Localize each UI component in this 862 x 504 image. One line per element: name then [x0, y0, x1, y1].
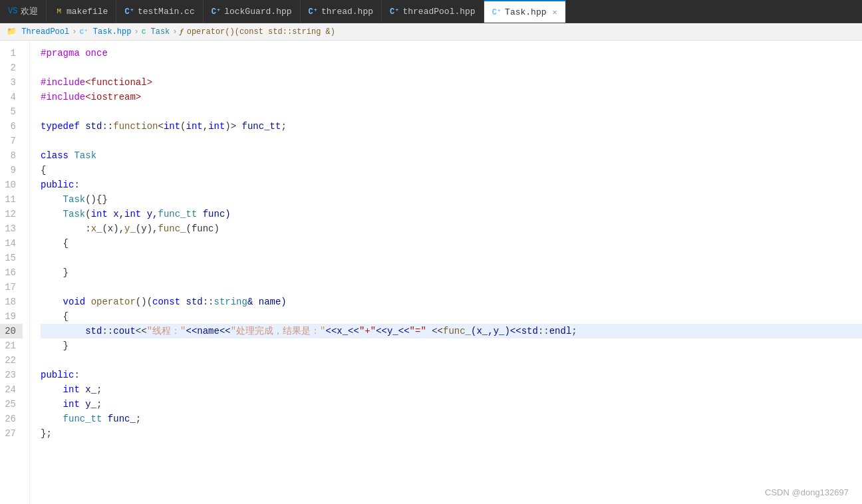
code-line-6: typedef std::function<int(int,int)> func… — [41, 119, 862, 134]
tab-task[interactable]: C⁺Task.hpp✕ — [484, 0, 566, 23]
breadcrumb-item-1[interactable]: C⁺ Task.hpp — [79, 27, 131, 37]
token: ()( — [136, 297, 152, 307]
tab-lockguard[interactable]: C⁺lockGuard.hpp — [204, 0, 301, 23]
code-line-8: class Task — [41, 148, 862, 163]
token: func_tt — [158, 209, 198, 219]
line-number-23: 23 — [0, 368, 23, 382]
token: once — [85, 48, 108, 59]
tab-label-welcome: 欢迎 — [21, 5, 38, 17]
token: :: — [203, 297, 214, 307]
tab-close-task[interactable]: ✕ — [553, 7, 557, 17]
token: int — [164, 121, 180, 132]
token: :: — [102, 326, 113, 336]
line-number-20: 20 — [0, 324, 23, 338]
token: (func) — [186, 223, 219, 234]
token: ; — [96, 399, 102, 410]
token: #include — [41, 92, 85, 102]
code-line-18: void operator()(const std::string& name) — [41, 295, 862, 309]
code-line-22 — [41, 353, 862, 368]
token: operator — [91, 297, 136, 307]
token: <<y_<< — [376, 326, 409, 336]
code-line-24: int x_; — [41, 382, 862, 397]
breadcrumb-item-0[interactable]: 📁 ThreadPool — [7, 27, 69, 37]
cpp-icon: C⁺ — [492, 7, 502, 17]
token: std — [85, 326, 102, 336]
tab-thread[interactable]: C⁺thread.hpp — [301, 0, 382, 23]
breadcrumb-item-3[interactable]: 𝑓 operator()(const std::string &) — [180, 27, 335, 37]
token: string — [214, 297, 247, 307]
code-line-1: #pragma once — [41, 46, 862, 61]
token: std — [180, 297, 203, 307]
tab-makefile[interactable]: Mmakefile — [47, 0, 116, 23]
token: "处理完成，结果是：" — [231, 326, 326, 336]
code-line-7 — [41, 134, 862, 148]
token: int — [208, 121, 225, 132]
tab-label-threadpool: threadPool.hpp — [402, 7, 475, 17]
line-number-22: 22 — [0, 353, 23, 368]
token: <<x_<< — [326, 326, 359, 336]
token: , — [203, 121, 208, 132]
token: & name) — [247, 297, 287, 307]
code-line-16: } — [41, 265, 862, 280]
breadcrumb-item-2[interactable]: C Task — [142, 27, 170, 37]
token: y_ — [124, 223, 136, 234]
breadcrumb-sep-2: › — [172, 27, 177, 37]
token: y_ — [80, 399, 96, 410]
tab-label-lockguard: lockGuard.hpp — [224, 7, 291, 17]
code-line-26: func_tt func_; — [41, 412, 862, 426]
token: ( — [85, 209, 90, 219]
editor: 1234567891011121314151617181920212223242… — [0, 41, 862, 504]
line-number-18: 18 — [0, 295, 23, 309]
line-number-8: 8 — [0, 148, 23, 163]
code-line-20: std::cout<<"线程："<<name<<"处理完成，结果是："<<x_<… — [41, 324, 862, 338]
code-line-13: :x_(x),y_(y),func_(func) — [41, 221, 862, 236]
tab-testmain[interactable]: C⁺testMain.cc — [116, 0, 203, 23]
tab-welcome[interactable]: VS欢迎 — [0, 0, 47, 23]
token: "+" — [359, 326, 376, 336]
token: : — [41, 223, 91, 234]
token: x, — [108, 209, 124, 219]
token: :: — [538, 326, 549, 336]
token: typedef — [41, 121, 85, 132]
code-line-2 — [41, 61, 862, 75]
token: int — [186, 121, 203, 132]
token: func) — [197, 209, 230, 219]
token: (x_,y_)<< — [471, 326, 521, 336]
token: ; — [571, 326, 577, 336]
m-icon: M — [55, 7, 63, 16]
line-number-27: 27 — [0, 426, 23, 441]
token: function — [113, 121, 158, 132]
line-number-25: 25 — [0, 397, 23, 412]
token: cout — [113, 326, 136, 336]
breadcrumb-bar: 📁 ThreadPool › C⁺ Task.hpp › C Task › 𝑓 … — [0, 23, 862, 41]
watermark: CSDN @dong132697 — [765, 487, 849, 497]
line-number-7: 7 — [0, 134, 23, 148]
line-number-2: 2 — [0, 61, 23, 75]
token: func_ — [158, 223, 186, 234]
token: << — [426, 326, 443, 336]
token: { — [41, 311, 69, 322]
tab-threadpool[interactable]: C⁺threadPool.hpp — [382, 0, 484, 23]
cpp-icon: C⁺ — [124, 7, 134, 17]
token: class — [41, 150, 74, 161]
line-number-9: 9 — [0, 163, 23, 178]
token: } — [41, 267, 69, 278]
line-number-26: 26 — [0, 412, 23, 426]
token: <<name<< — [186, 326, 230, 336]
code-line-3: #include<functional> — [41, 75, 862, 90]
token: y, — [141, 209, 158, 219]
token: Task — [63, 209, 86, 219]
code-line-15 — [41, 251, 862, 265]
token: ; — [281, 121, 286, 132]
token: int — [63, 399, 80, 410]
token: ( — [180, 121, 186, 132]
line-number-24: 24 — [0, 382, 23, 397]
cpp-icon: C⁺ — [212, 7, 221, 17]
token: ; — [96, 384, 102, 395]
vs-icon: VS — [8, 7, 17, 16]
token: :: — [102, 121, 113, 132]
code-line-11: Task(){} — [41, 192, 862, 207]
breadcrumb-sep-1: › — [134, 27, 138, 37]
token: std — [521, 326, 538, 336]
line-number-3: 3 — [0, 75, 23, 90]
